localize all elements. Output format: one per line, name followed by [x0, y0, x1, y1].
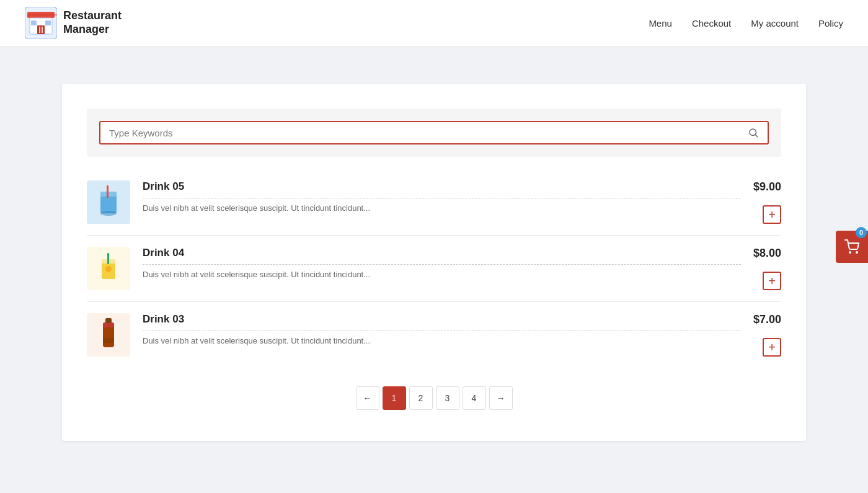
- item-details: Drink 05 Duis vel nibh at velit sceleris…: [143, 180, 741, 213]
- svg-rect-5: [31, 20, 37, 25]
- svg-rect-19: [107, 253, 109, 264]
- item-price: $8.00: [753, 247, 781, 260]
- menu-item: Drink 03 Duis vel nibh at velit sceleris…: [87, 302, 781, 368]
- add-to-cart-button[interactable]: +: [763, 205, 781, 224]
- item-details: Drink 04 Duis vel nibh at velit sceleris…: [143, 247, 741, 279]
- svg-point-27: [856, 252, 857, 253]
- svg-point-9: [750, 129, 756, 136]
- item-name: Drink 05: [143, 180, 741, 193]
- page-3-button[interactable]: 3: [436, 386, 459, 410]
- menu-item: Drink 05 Duis vel nibh at velit sceleris…: [87, 169, 781, 236]
- search-container: [87, 109, 781, 157]
- cart-float-button[interactable]: 0: [836, 231, 868, 263]
- main-content: Drink 05 Duis vel nibh at velit sceleris…: [0, 47, 868, 478]
- content-card: Drink 05 Duis vel nibh at velit sceleris…: [62, 84, 806, 441]
- svg-rect-6: [45, 20, 51, 25]
- search-icon: [748, 127, 759, 138]
- nav-checkout[interactable]: Checkout: [692, 18, 731, 29]
- search-input[interactable]: [109, 128, 748, 138]
- logo-text: Restaurant Manager: [63, 9, 122, 36]
- item-right: $8.00 +: [753, 247, 781, 290]
- main-nav: Menu Checkout My account Policy: [649, 18, 843, 29]
- next-page-button[interactable]: →: [489, 386, 513, 410]
- menu-list: Drink 05 Duis vel nibh at velit sceleris…: [87, 169, 781, 368]
- menu-item: Drink 04 Duis vel nibh at velit sceleris…: [87, 236, 781, 302]
- logo[interactable]: Restaurant Manager: [25, 7, 122, 39]
- prev-page-button[interactable]: ←: [356, 386, 379, 410]
- svg-rect-23: [103, 322, 114, 327]
- svg-point-20: [105, 266, 112, 272]
- search-input-wrap: [99, 121, 769, 144]
- add-to-cart-button[interactable]: +: [763, 272, 781, 290]
- svg-rect-4: [37, 25, 45, 34]
- cart-badge: 0: [856, 227, 867, 238]
- svg-point-15: [100, 211, 117, 216]
- pagination: ← 1 2 3 4 →: [87, 386, 781, 410]
- item-right: $7.00 +: [753, 313, 781, 357]
- svg-rect-25: [103, 338, 114, 343]
- nav-menu[interactable]: Menu: [649, 18, 672, 29]
- item-description: Duis vel nibh at velit scelerisque susci…: [143, 270, 741, 279]
- item-name: Drink 03: [143, 313, 741, 326]
- item-right: $9.00 +: [753, 180, 781, 224]
- nav-my-account[interactable]: My account: [751, 18, 799, 29]
- svg-rect-24: [105, 318, 112, 323]
- nav-policy[interactable]: Policy: [818, 18, 843, 29]
- item-price: $7.00: [753, 313, 781, 326]
- add-to-cart-button[interactable]: +: [763, 338, 781, 357]
- item-image: [87, 313, 130, 357]
- item-name: Drink 04: [143, 247, 741, 259]
- page-4-button[interactable]: 4: [463, 386, 486, 410]
- item-price: $9.00: [753, 180, 781, 193]
- item-image: [87, 180, 130, 224]
- logo-icon: [25, 7, 57, 39]
- cart-icon: [844, 239, 859, 254]
- svg-line-10: [755, 135, 757, 136]
- svg-point-26: [849, 252, 851, 253]
- item-description: Duis vel nibh at velit scelerisque susci…: [143, 203, 741, 213]
- site-header: Restaurant Manager Menu Checkout My acco…: [0, 0, 868, 47]
- item-description: Duis vel nibh at velit scelerisque susci…: [143, 336, 741, 345]
- page-1-button[interactable]: 1: [383, 386, 406, 410]
- search-button[interactable]: [748, 127, 759, 138]
- item-image: [87, 247, 130, 290]
- item-details: Drink 03 Duis vel nibh at velit sceleris…: [143, 313, 741, 345]
- page-2-button[interactable]: 2: [409, 386, 433, 410]
- svg-rect-14: [107, 185, 108, 198]
